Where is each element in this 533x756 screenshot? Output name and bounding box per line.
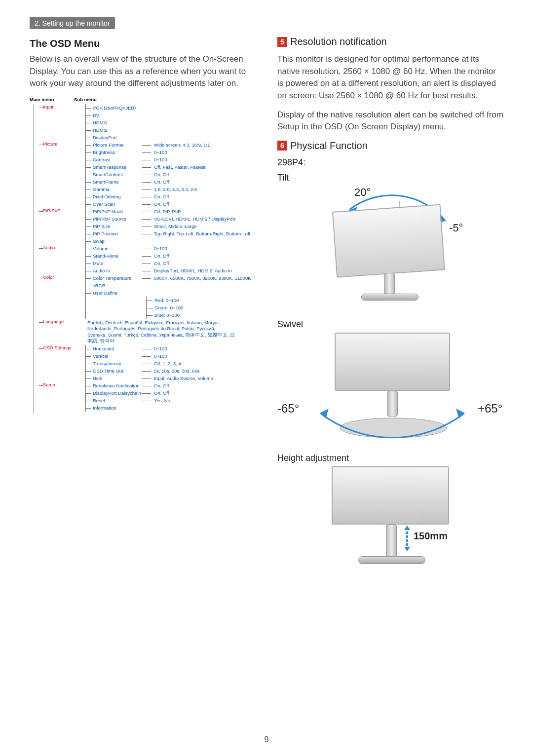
height-diagram: 150mm	[277, 466, 503, 580]
sub-menu-item: Contrast	[93, 157, 141, 162]
sub-menu-values: 0~100	[154, 157, 167, 162]
height-value: 150mm	[414, 530, 448, 542]
sub-menu-item: Resolution Notification	[93, 383, 141, 388]
res-paragraph-1: This monitor is designed for optimal per…	[277, 53, 503, 102]
col-header-main: Main menu	[30, 97, 74, 102]
sub-menu-item: Information	[93, 405, 141, 411]
main-menu-item: Color	[43, 274, 78, 280]
sub-menu-item: SmartResponse	[93, 164, 141, 170]
main-menu-item: OSD Settings	[43, 345, 78, 350]
swivel-arc-svg	[301, 407, 484, 441]
svg-marker-5	[456, 409, 465, 418]
sub-menu-item: Color Temperature	[93, 275, 141, 281]
height-arrow-icon	[403, 526, 412, 551]
sub-menu-item: sRGB	[93, 283, 141, 288]
col-header-sub: Sub menu	[74, 97, 97, 102]
tilt-label: Tilt	[277, 173, 503, 183]
sub-menu-values: Red: 0~100	[154, 298, 179, 303]
sub-menu-values: 1.8, 2.0, 2.2, 2.4, 2.6	[154, 187, 197, 192]
swivel-diagram: -65° +65°	[277, 333, 503, 446]
sub-menu-values: On, Off	[154, 261, 169, 266]
stand-base	[358, 556, 425, 564]
sub-menu-item: User	[93, 376, 141, 381]
sub-menu-item: Volume	[93, 246, 141, 251]
sub-menu-values: 0~100	[154, 353, 167, 359]
sub-menu-item: PiP Position	[93, 231, 141, 236]
sub-menu-values: Green: 0~100	[154, 305, 183, 310]
monitor-silhouette	[335, 333, 450, 391]
sub-menu-item: SmartContrast	[93, 172, 141, 177]
sub-menu-item: Transparency	[93, 361, 141, 366]
sub-menu-item: DisplayPort Daisychain	[93, 390, 141, 396]
main-menu-item: PiP/PbP	[43, 208, 78, 213]
stand-base	[361, 294, 419, 301]
swivel-right-angle: +65°	[478, 402, 502, 416]
sub-menu-item: Gamma	[93, 187, 141, 192]
tilt-back-angle: 20°	[354, 186, 371, 199]
sub-menu-item: Mute	[93, 261, 141, 266]
main-menu-item: Setup	[43, 382, 78, 387]
sub-menu-item: Vertical	[93, 353, 141, 359]
sub-menu-item: Horizontal	[93, 346, 141, 351]
sub-menu-item: Reset	[93, 398, 141, 403]
sub-menu-item: PiP/PbP Source	[93, 216, 141, 222]
sub-menu-values: Input, Audio Source, Volume	[154, 376, 213, 381]
step5-number: 5	[277, 37, 287, 47]
model-label: 298P4:	[277, 157, 503, 168]
sub-menu-values: Off, PiP, PbP	[154, 209, 181, 214]
svg-marker-7	[404, 526, 410, 530]
monitor-silhouette	[332, 204, 445, 277]
sub-menu-item: Stand-Alone	[93, 253, 141, 259]
svg-marker-4	[320, 409, 329, 418]
sub-menu-values: 5000K, 6500K, 7500K, 8200K, 9300K, 11500…	[154, 275, 251, 281]
sub-menu-values: Wide screen, 4:3, 16:9, 1:1	[154, 142, 210, 148]
sub-menu-values: 0~100	[154, 150, 167, 155]
sub-menu-item: Audio In	[93, 268, 141, 273]
svg-marker-8	[404, 547, 410, 551]
step5-header: 5 Resolution notification	[277, 36, 503, 47]
step5-title: Resolution notification	[290, 36, 387, 47]
main-menu-item: Audio	[43, 245, 78, 250]
swivel-left-angle: -65°	[277, 402, 299, 416]
step6-title: Physical Function	[290, 140, 368, 151]
tilt-diagram: 20° -5°	[277, 186, 503, 314]
sub-menu-values: On, Off	[154, 390, 169, 396]
step6-header: 6 Physical Function	[277, 140, 503, 151]
sub-menu-values: 0~100	[154, 246, 167, 251]
sub-menu-item: OSD Time Out	[93, 368, 141, 374]
sub-menu-item: Over Scan	[93, 201, 141, 207]
main-menu-item: Input	[43, 104, 78, 110]
sub-menu-item: Picture Format	[93, 142, 141, 148]
res-paragraph-2: Display of the native resolution alert c…	[277, 109, 503, 133]
sub-menu-values: VGA,DVI, HDMI1, HDMI2 / DisplayPort	[154, 216, 235, 222]
step6-number: 6	[277, 141, 287, 151]
sub-menu-item: Pixel Orbiting	[93, 194, 141, 199]
sub-menu-item: PiP/PbP Mode	[93, 209, 141, 214]
sub-menu-values: On, Off	[154, 253, 169, 259]
swivel-label: Swivel	[277, 319, 503, 330]
sub-menu-item: User Define	[93, 290, 141, 296]
sub-menu-values: Yes, No	[154, 398, 170, 403]
sub-menu-values: Small, Middle, Large	[154, 224, 197, 229]
sub-menu-item: SmartFrame	[93, 179, 141, 185]
sub-menu-item: Swap	[93, 238, 141, 244]
page-number: 9	[265, 735, 269, 744]
sub-menu-item: DVI	[93, 113, 141, 118]
sub-menu-values: On, Off	[154, 179, 169, 185]
sub-menu-values: 5s, 10s, 20s, 30s, 60s	[154, 368, 199, 374]
sub-menu-values: On, Off	[154, 383, 169, 388]
section-tab: 2. Setting up the monitor	[30, 17, 115, 29]
sub-menu-values: On, Off	[154, 172, 169, 177]
main-menu-item: Picture	[43, 141, 78, 147]
sub-menu-item: VGA (298P4QAJEB)	[93, 105, 141, 111]
monitor-silhouette	[332, 466, 449, 525]
sub-menu-item: HDMI1	[93, 120, 141, 125]
sub-menu-item: PiP Size	[93, 224, 141, 229]
main-menu-item: Language	[43, 319, 78, 324]
sub-menu-values: Top-Right, Top-Left, Bottom-Right, Botto…	[154, 231, 250, 236]
height-label: Height adjustment	[277, 453, 503, 463]
sub-menu-values: DisplayPort, HDMI1, HDMI2, Audio In	[154, 268, 232, 273]
tilt-forward-angle: -5°	[449, 222, 463, 234]
osd-menu-title: The OSD Menu	[30, 38, 256, 49]
sub-menu-values: Off, 1, 2, 3, 4	[154, 361, 181, 366]
